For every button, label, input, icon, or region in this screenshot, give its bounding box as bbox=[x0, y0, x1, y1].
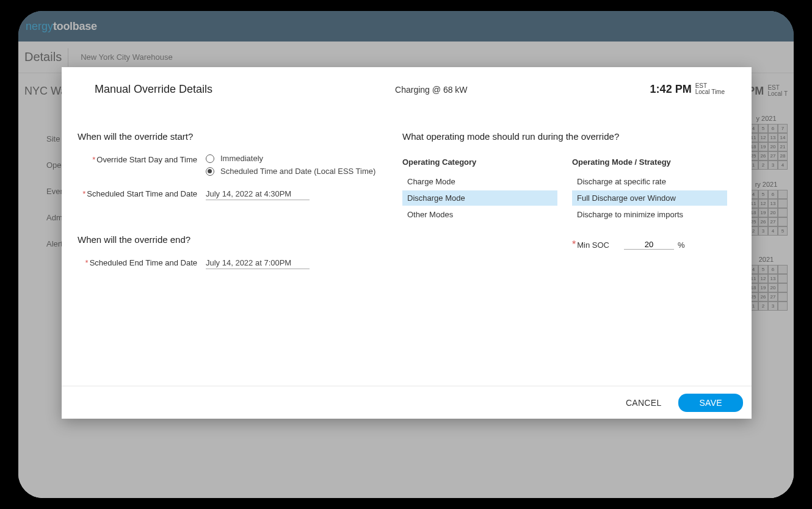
scheduled-start-input[interactable] bbox=[206, 188, 310, 200]
required-asterisk: * bbox=[85, 258, 89, 267]
override-start-row: *Override Start Day and Time Immediately… bbox=[78, 154, 402, 179]
mode-item[interactable]: Full Discharge over Window bbox=[572, 190, 727, 206]
modal-time: 1:42 PM EST Local Time bbox=[650, 83, 725, 96]
min-soc-label: Min SOC bbox=[577, 240, 609, 250]
required-asterisk: * bbox=[572, 239, 576, 250]
scheduled-end-row: *Scheduled End Time and Date bbox=[78, 257, 402, 269]
operating-title: What operating mode should run during th… bbox=[402, 131, 727, 142]
category-header: Operating Category bbox=[402, 157, 557, 167]
scheduled-end-label: *Scheduled End Time and Date bbox=[78, 257, 206, 267]
radio-scheduled[interactable]: Scheduled Time and Date (Local ESS Time) bbox=[206, 167, 402, 176]
mode-item[interactable]: Discharge at specific rate bbox=[572, 174, 727, 189]
category-item[interactable]: Other Modes bbox=[402, 207, 557, 222]
modal-header: Manual Override Details Charging @ 68 kW… bbox=[62, 67, 752, 107]
cancel-button[interactable]: CANCEL bbox=[626, 398, 662, 408]
mode-column: Operating Mode / Strategy Discharge at s… bbox=[572, 157, 727, 250]
radio-icon bbox=[206, 154, 214, 163]
scheduled-start-label: *Scheduled Start Time and Date bbox=[78, 188, 206, 198]
operating-columns: Operating Category Charge ModeDischarge … bbox=[402, 157, 727, 250]
min-soc-input[interactable] bbox=[624, 240, 674, 250]
category-column: Operating Category Charge ModeDischarge … bbox=[402, 157, 557, 250]
override-start-label: *Override Start Day and Time bbox=[78, 154, 206, 164]
min-soc-row: * Min SOC % bbox=[572, 239, 727, 250]
start-section-title: When will the override start? bbox=[78, 131, 402, 142]
scheduled-start-row: *Scheduled Start Time and Date bbox=[78, 188, 402, 200]
modal-status: Charging @ 68 kW bbox=[212, 85, 650, 95]
scheduled-end-input[interactable] bbox=[206, 257, 310, 269]
modal-footer: CANCEL SAVE bbox=[62, 386, 752, 419]
category-item[interactable]: Charge Mode bbox=[402, 174, 557, 189]
end-section-title: When will the override end? bbox=[78, 234, 402, 245]
override-modal: Manual Override Details Charging @ 68 kW… bbox=[62, 67, 752, 419]
mode-item[interactable]: Discharge to minimize imports bbox=[572, 207, 727, 222]
modal-clock-tz-sub: Local Time bbox=[695, 89, 725, 95]
modal-body: When will the override start? *Override … bbox=[62, 107, 752, 386]
category-item[interactable]: Discharge Mode bbox=[402, 190, 557, 206]
save-button[interactable]: SAVE bbox=[678, 394, 743, 412]
modal-title: Manual Override Details bbox=[95, 83, 212, 96]
modal-right-column: What operating mode should run during th… bbox=[402, 131, 727, 386]
required-asterisk: * bbox=[92, 155, 95, 164]
required-asterisk: * bbox=[82, 189, 85, 198]
modal-left-column: When will the override start? *Override … bbox=[78, 131, 402, 386]
modal-clock-time: 1:42 PM bbox=[650, 83, 692, 96]
radio-icon bbox=[206, 167, 214, 176]
radio-immediately[interactable]: Immediately bbox=[206, 154, 402, 163]
override-start-control: Immediately Scheduled Time and Date (Loc… bbox=[206, 154, 402, 179]
min-soc-unit: % bbox=[678, 240, 685, 250]
mode-header: Operating Mode / Strategy bbox=[572, 157, 727, 167]
